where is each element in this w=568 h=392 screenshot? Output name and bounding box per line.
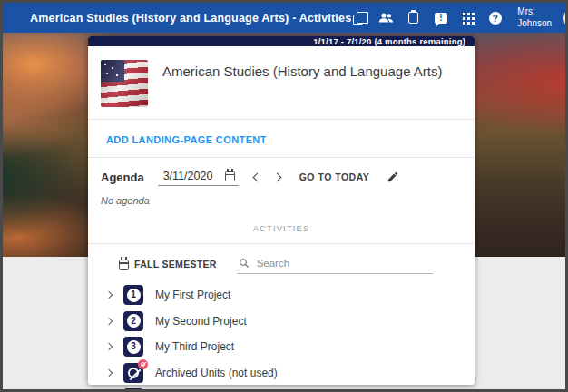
list-item-label: Archived Units (not used) <box>155 367 278 379</box>
cards-icon[interactable] <box>351 10 367 25</box>
unit-number: 3 <box>127 340 141 354</box>
apps-grid-icon[interactable] <box>460 10 475 25</box>
list-item-archived-units[interactable]: Archived Units (not used) <box>88 360 475 387</box>
user-name-line1: Mrs. <box>517 6 552 18</box>
course-header: American Studies (History and Language A… <box>88 46 475 119</box>
prohibition-icon <box>128 368 139 378</box>
archived-badge-icon <box>138 359 148 369</box>
expand-chevron-icon[interactable] <box>105 291 113 299</box>
clipboard-icon[interactable] <box>406 10 421 25</box>
agenda-date-input[interactable] <box>163 170 220 182</box>
semester-label: FALL SEMESTER <box>134 259 217 270</box>
list-item-my-second-project[interactable]: 2 My Second Project <box>88 309 475 335</box>
alert-glyph: ! <box>439 14 442 23</box>
avatar[interactable] <box>563 6 568 30</box>
add-landing-page-content-button[interactable]: ADD LANDING-PAGE CONTENT <box>106 134 267 145</box>
list-item-my-first-project[interactable]: 1 My First Project <box>88 282 475 309</box>
user-name-line2: Johnson <box>517 18 552 30</box>
search-input[interactable] <box>255 257 431 270</box>
message-alert-icon[interactable]: ! <box>433 10 448 25</box>
agenda-row: Agenda GO TO TODAY <box>88 158 475 190</box>
help-glyph: ? <box>489 12 502 24</box>
list-item-label: My Third Project <box>155 340 234 353</box>
go-to-today-button[interactable]: GO TO TODAY <box>298 168 372 186</box>
unit-number: 1 <box>127 289 141 302</box>
list-item-label: My Second Project <box>155 315 247 328</box>
calendar-icon <box>119 260 129 270</box>
course-card: 1/1/17 - 7/1/20 (4 months remaining) Ame… <box>88 36 475 385</box>
semester-row: FALL SEMESTER <box>88 244 475 276</box>
next-day-button[interactable] <box>272 172 281 181</box>
no-agenda-text: No agenda <box>88 190 475 215</box>
people-icon[interactable] <box>378 10 394 25</box>
expand-chevron-icon[interactable] <box>105 343 113 350</box>
search-field[interactable] <box>237 257 433 274</box>
previous-day-button[interactable] <box>252 172 261 181</box>
user-name: Mrs. Johnson <box>517 6 552 29</box>
list-item-label: My First Project <box>155 289 230 301</box>
unit-number: 2 <box>127 314 141 328</box>
calendar-icon[interactable] <box>225 172 235 181</box>
search-icon <box>239 258 250 269</box>
people-icon-glyph <box>378 12 394 24</box>
course-image-us-flag <box>101 60 148 107</box>
expand-chevron-icon[interactable] <box>105 369 113 377</box>
edit-pencil-icon[interactable] <box>387 171 399 183</box>
unit-number-icon: 2 <box>123 311 143 331</box>
help-icon[interactable]: ? <box>487 10 503 25</box>
course-date-range: 1/1/17 - 7/1/20 (4 months remaining) <box>88 36 475 46</box>
course-title: American Studies (History and Language A… <box>162 64 443 79</box>
page-title: American Studies (History and Language A… <box>30 12 351 24</box>
agenda-label: Agenda <box>101 171 144 184</box>
add-landing-page-row: ADD LANDING-PAGE CONTENT <box>88 120 475 157</box>
list-item-my-third-project[interactable]: 3 My Third Project <box>88 334 475 360</box>
app-window: American Studies (History and Language A… <box>0 0 568 392</box>
unit-number-icon: 3 <box>123 337 143 357</box>
expand-chevron-icon[interactable] <box>105 318 113 325</box>
app-bar: American Studies (History and Language A… <box>3 3 565 33</box>
unit-number-icon: 1 <box>123 285 143 305</box>
activities-list: 1 My First Project 2 My Second Project 3… <box>88 276 475 392</box>
agenda-date-field[interactable] <box>158 169 239 186</box>
app-bar-actions: ! ? Mrs. Johnson ▾ <box>351 6 568 30</box>
activities-section-label: ACTIVITIES <box>88 215 475 243</box>
archived-units-icon <box>123 363 143 383</box>
completed-units-icon: ✓ <box>123 388 143 392</box>
list-item-completed-units[interactable]: ✓ Completed Units (Fall Semester) <box>88 386 475 392</box>
fall-semester-selector[interactable]: FALL SEMESTER <box>119 259 217 274</box>
